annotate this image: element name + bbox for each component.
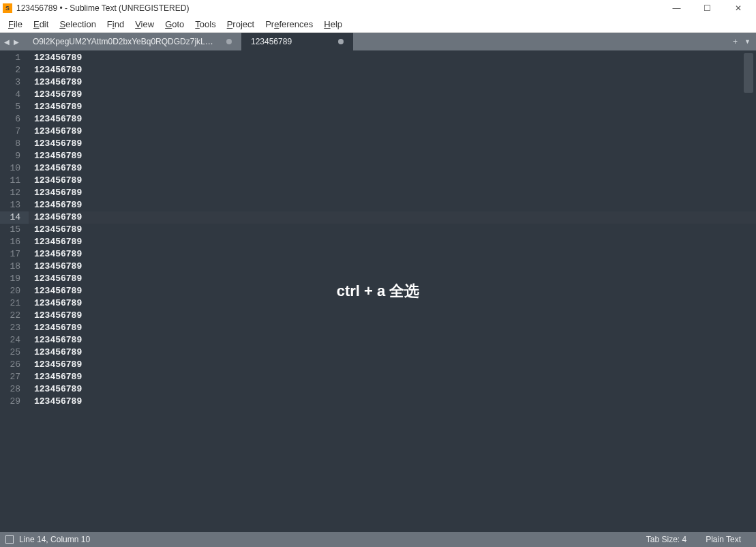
code-line[interactable]: 123456789 bbox=[29, 224, 756, 236]
line-number: 28 bbox=[0, 383, 29, 396]
menu-file[interactable]: File bbox=[3, 18, 28, 31]
line-number: 9 bbox=[0, 150, 29, 162]
code-line[interactable]: 123456789 bbox=[29, 125, 756, 138]
code-line[interactable]: 123456789 bbox=[29, 64, 756, 76]
line-number: 1 bbox=[0, 52, 29, 64]
line-number: 7 bbox=[0, 125, 29, 138]
line-number: 25 bbox=[0, 346, 29, 359]
panel-toggle-icon[interactable] bbox=[5, 535, 14, 544]
modified-dot-icon bbox=[226, 39, 232, 44]
code-line[interactable]: 123456789 bbox=[29, 383, 756, 396]
window-controls: — ☐ ✕ bbox=[661, 0, 753, 16]
code-line[interactable]: 123456789 bbox=[29, 322, 756, 334]
line-number: 15 bbox=[0, 224, 29, 236]
close-button[interactable]: ✕ bbox=[723, 0, 753, 16]
line-number: 14 bbox=[0, 211, 29, 224]
menu-help[interactable]: Help bbox=[318, 18, 348, 31]
menu-view[interactable]: View bbox=[130, 18, 160, 31]
code-line[interactable]: 123456789 bbox=[29, 396, 756, 408]
modified-dot-icon bbox=[338, 39, 344, 44]
line-number-gutter: 1234567891011121314151617181920212223242… bbox=[0, 50, 29, 532]
window-title: 123456789 • - Sublime Text (UNREGISTERED… bbox=[16, 3, 661, 13]
code-line[interactable]: 123456789 bbox=[29, 310, 756, 322]
code-line[interactable]: 123456789 bbox=[29, 52, 756, 64]
line-number: 4 bbox=[0, 89, 29, 101]
code-line[interactable]: 123456789 bbox=[29, 359, 756, 371]
code-line[interactable]: 123456789 bbox=[29, 113, 756, 125]
tab-0[interactable]: O9l2KpegUM2YAttm0D2bxYeBq0RQDGDz7jkLPSrQ… bbox=[23, 33, 241, 50]
code-line[interactable]: 123456789 bbox=[29, 138, 756, 150]
status-position[interactable]: Line 14, Column 10 bbox=[19, 535, 637, 544]
tab-nav-arrows: ◀ ▶ bbox=[0, 33, 23, 50]
line-number: 23 bbox=[0, 322, 29, 334]
line-number: 12 bbox=[0, 187, 29, 199]
code-line[interactable]: 123456789 bbox=[29, 76, 756, 89]
code-line[interactable]: 123456789 bbox=[29, 89, 756, 101]
menu-selection[interactable]: Selection bbox=[54, 18, 101, 31]
line-number: 22 bbox=[0, 310, 29, 322]
editor-area: 1234567891011121314151617181920212223242… bbox=[0, 50, 756, 532]
menu-find[interactable]: Find bbox=[102, 18, 130, 31]
line-number: 5 bbox=[0, 101, 29, 113]
nav-forward-icon[interactable]: ▶ bbox=[12, 38, 20, 46]
code-line[interactable]: 123456789 bbox=[29, 346, 756, 359]
tab-label: O9l2KpegUM2YAttm0D2bxYeBq0RQDGDz7jkLPSrQ… bbox=[33, 37, 217, 46]
tab-menu-button[interactable]: ▼ bbox=[744, 38, 751, 45]
line-number: 17 bbox=[0, 248, 29, 261]
line-number: 21 bbox=[0, 297, 29, 310]
nav-back-icon[interactable]: ◀ bbox=[3, 38, 11, 46]
line-number: 26 bbox=[0, 359, 29, 371]
code-line[interactable]: 123456789 bbox=[29, 297, 756, 310]
code-line[interactable]: 123456789 bbox=[29, 248, 756, 261]
maximize-button[interactable]: ☐ bbox=[692, 0, 723, 16]
code-line[interactable]: 123456789 bbox=[29, 101, 756, 113]
line-number: 24 bbox=[0, 334, 29, 346]
code-line[interactable]: 123456789 bbox=[29, 199, 756, 211]
app-icon: S bbox=[3, 3, 12, 13]
line-number: 10 bbox=[0, 162, 29, 175]
code-line[interactable]: 123456789 bbox=[29, 187, 756, 199]
tabbar: ◀ ▶ O9l2KpegUM2YAttm0D2bxYeBq0RQDGDz7jkL… bbox=[0, 33, 756, 50]
line-number: 29 bbox=[0, 396, 29, 408]
tabbar-right-controls: + ▼ bbox=[727, 33, 756, 50]
statusbar: Line 14, Column 10 Tab Size: 4 Plain Tex… bbox=[0, 532, 756, 547]
code-line[interactable]: 123456789 bbox=[29, 236, 756, 248]
line-number: 6 bbox=[0, 113, 29, 125]
line-number: 3 bbox=[0, 76, 29, 89]
line-number: 16 bbox=[0, 236, 29, 248]
tab-1[interactable]: 123456789 bbox=[241, 33, 353, 50]
menubar: File Edit Selection Find View Goto Tools… bbox=[0, 16, 756, 33]
code-line[interactable]: 123456789 bbox=[29, 150, 756, 162]
code-area[interactable]: 1234567891234567891234567891234567891234… bbox=[29, 50, 756, 532]
new-tab-button[interactable]: + bbox=[733, 37, 738, 46]
line-number: 18 bbox=[0, 261, 29, 273]
code-line[interactable]: 123456789 bbox=[29, 273, 756, 285]
code-line[interactable]: 123456789 bbox=[29, 371, 756, 383]
menu-edit[interactable]: Edit bbox=[28, 18, 54, 31]
code-line[interactable]: 123456789 bbox=[29, 162, 756, 175]
minimize-button[interactable]: — bbox=[661, 0, 692, 16]
line-number: 19 bbox=[0, 273, 29, 285]
line-number: 13 bbox=[0, 199, 29, 211]
code-line[interactable]: 123456789 bbox=[29, 261, 756, 273]
status-tab-size[interactable]: Tab Size: 4 bbox=[637, 535, 696, 544]
code-line[interactable]: 123456789 bbox=[29, 175, 756, 187]
tab-label: 123456789 bbox=[251, 37, 292, 46]
code-line[interactable]: 123456789 bbox=[29, 285, 756, 297]
menu-preferences[interactable]: Preferences bbox=[260, 18, 318, 31]
line-number: 20 bbox=[0, 285, 29, 297]
line-number: 8 bbox=[0, 138, 29, 150]
titlebar: S 123456789 • - Sublime Text (UNREGISTER… bbox=[0, 0, 756, 16]
line-number: 2 bbox=[0, 64, 29, 76]
code-line[interactable]: 123456789 bbox=[29, 211, 756, 224]
menu-tools[interactable]: Tools bbox=[190, 18, 221, 31]
code-line[interactable]: 123456789 bbox=[29, 334, 756, 346]
status-syntax[interactable]: Plain Text bbox=[696, 535, 751, 544]
line-number: 27 bbox=[0, 371, 29, 383]
minimap-scrollbar[interactable] bbox=[744, 53, 753, 93]
line-number: 11 bbox=[0, 175, 29, 187]
menu-project[interactable]: Project bbox=[222, 18, 260, 31]
menu-goto[interactable]: Goto bbox=[160, 18, 190, 31]
